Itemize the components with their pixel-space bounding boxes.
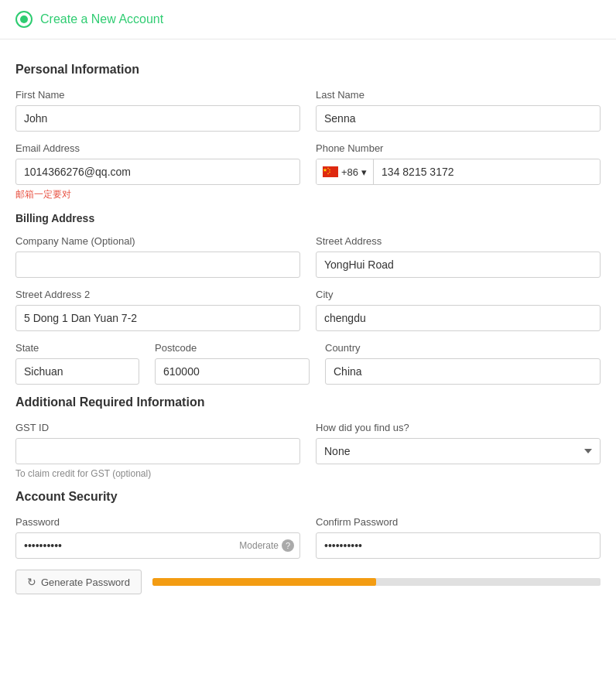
confirm-password-group: Confirm Password xyxy=(316,516,601,559)
billing-title: Billing Address xyxy=(15,212,601,224)
how-find-select[interactable]: None Google Facebook Twitter Other xyxy=(316,438,601,464)
email-group: Email Address 邮箱一定要对 xyxy=(15,142,300,201)
street2-group: Street Address 2 xyxy=(15,289,300,331)
personal-info-title: Personal Information xyxy=(15,63,601,77)
email-warning: 邮箱一定要对 xyxy=(15,188,300,201)
china-flag-icon xyxy=(323,166,338,177)
security-title: Account Security xyxy=(15,490,601,504)
state-label: State xyxy=(15,342,139,354)
step-icon xyxy=(15,11,33,28)
street-input[interactable] xyxy=(316,252,601,278)
last-name-group: Last Name xyxy=(316,89,601,132)
street-label: Street Address xyxy=(316,235,601,247)
password-label: Password xyxy=(15,516,300,528)
password-strength-bar xyxy=(152,578,601,586)
password-group: Password Moderate ? xyxy=(15,516,300,559)
page-title: Create a New Account xyxy=(40,12,163,26)
email-input[interactable] xyxy=(15,159,300,185)
street2-label: Street Address 2 xyxy=(15,289,300,300)
phone-group: Phone Number +86 ▾ xyxy=(316,142,601,201)
state-input[interactable] xyxy=(15,358,139,385)
refresh-icon: ↻ xyxy=(27,576,36,588)
company-input[interactable] xyxy=(15,252,300,278)
first-name-group: First Name xyxy=(15,89,300,132)
first-name-input[interactable] xyxy=(15,105,300,132)
phone-number-input[interactable] xyxy=(374,159,600,184)
password-strength-fill xyxy=(152,578,377,586)
gst-input[interactable] xyxy=(15,438,300,464)
gst-howfind-row: GST ID To claim credit for GST (optional… xyxy=(15,422,601,479)
billing-section: Billing Address Company Name (Optional) … xyxy=(15,212,601,385)
country-group: Country xyxy=(325,342,601,385)
postcode-input[interactable] xyxy=(155,358,310,385)
additional-section: Additional Required Information GST ID T… xyxy=(15,395,601,479)
how-find-label: How did you find us? xyxy=(316,422,601,433)
password-wrapper: Moderate ? xyxy=(15,532,300,559)
state-postcode-country-row: State Postcode Country xyxy=(15,342,601,385)
name-row: First Name Last Name xyxy=(15,89,601,132)
additional-title: Additional Required Information xyxy=(15,395,601,409)
personal-info-section: Personal Information xyxy=(15,63,601,77)
company-group: Company Name (Optional) xyxy=(15,235,300,278)
last-name-input[interactable] xyxy=(316,105,601,132)
phone-input-group: +86 ▾ xyxy=(316,159,601,185)
street2-city-row: Street Address 2 City xyxy=(15,289,601,331)
street2-input[interactable] xyxy=(15,305,300,331)
how-find-group: How did you find us? None Google Faceboo… xyxy=(316,422,601,479)
gst-group: GST ID To claim credit for GST (optional… xyxy=(15,422,300,479)
phone-country-selector[interactable]: +86 ▾ xyxy=(317,159,374,184)
phone-dropdown-arrow: ▾ xyxy=(361,166,367,178)
country-code: +86 xyxy=(341,166,358,178)
country-input[interactable] xyxy=(325,358,601,385)
last-name-label: Last Name xyxy=(316,89,601,101)
phone-label: Phone Number xyxy=(316,142,601,154)
generate-password-button[interactable]: ↻ Generate Password xyxy=(15,570,142,594)
confirm-password-input[interactable] xyxy=(316,532,601,559)
company-label: Company Name (Optional) xyxy=(15,235,300,247)
state-group: State xyxy=(15,342,139,385)
strength-label: Moderate xyxy=(239,540,279,551)
email-phone-row: Email Address 邮箱一定要对 Phone Number xyxy=(15,142,601,201)
company-street-row: Company Name (Optional) Street Address xyxy=(15,235,601,278)
gst-hint: To claim credit for GST (optional) xyxy=(15,468,300,479)
street-group: Street Address xyxy=(316,235,601,278)
generate-password-label: Generate Password xyxy=(41,577,130,588)
page-header: Create a New Account xyxy=(0,0,616,39)
email-label: Email Address xyxy=(15,142,300,154)
city-group: City xyxy=(316,289,601,331)
password-help-icon[interactable]: ? xyxy=(282,539,294,552)
postcode-group: Postcode xyxy=(155,342,310,385)
postcode-label: Postcode xyxy=(155,342,310,354)
password-row: Password Moderate ? Confirm Password xyxy=(15,516,601,559)
confirm-password-label: Confirm Password xyxy=(316,516,601,528)
gst-label: GST ID xyxy=(15,422,300,433)
first-name-label: First Name xyxy=(15,89,300,101)
security-section: Account Security Password Moderate ? Con… xyxy=(15,490,601,594)
city-input[interactable] xyxy=(316,305,601,331)
country-label: Country xyxy=(325,342,601,354)
city-label: City xyxy=(316,289,601,300)
generate-password-row: ↻ Generate Password xyxy=(15,570,601,594)
